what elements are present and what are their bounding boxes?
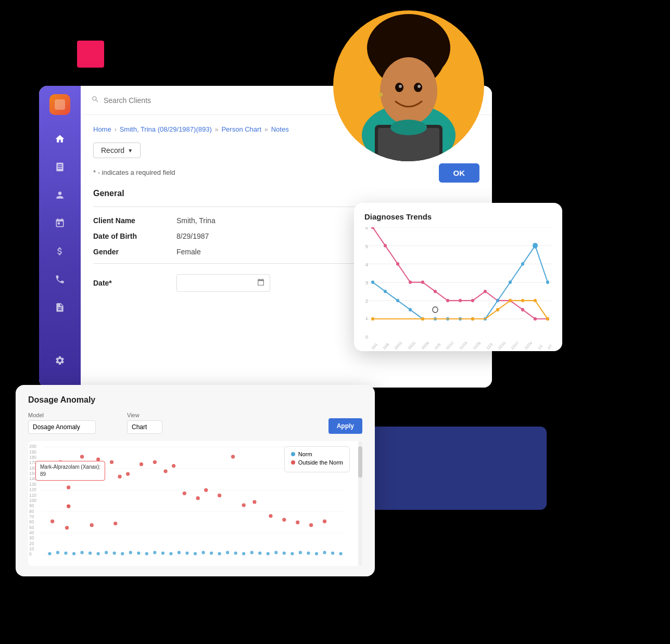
sidebar-icon-calendar[interactable] bbox=[50, 214, 69, 233]
svg-point-156 bbox=[339, 552, 342, 555]
svg-point-120 bbox=[48, 552, 51, 555]
svg-text:20: 20 bbox=[29, 542, 34, 546]
date-input-wrap bbox=[176, 274, 270, 292]
record-button[interactable]: Record ▼ bbox=[93, 143, 141, 158]
model-select[interactable]: Dosage Anomaly bbox=[28, 420, 96, 434]
svg-point-135 bbox=[169, 552, 172, 555]
ok-button[interactable]: OK bbox=[439, 163, 480, 183]
date-label: Date* bbox=[93, 279, 176, 287]
svg-point-103 bbox=[172, 464, 175, 468]
breadcrumb-chart[interactable]: Person Chart bbox=[221, 125, 261, 133]
svg-point-126 bbox=[97, 552, 100, 555]
svg-point-157 bbox=[67, 504, 71, 508]
svg-point-116 bbox=[50, 520, 54, 523]
svg-point-97 bbox=[110, 460, 113, 464]
legend-norm: Norm bbox=[291, 451, 343, 457]
svg-text:6: 6 bbox=[365, 227, 368, 230]
sidebar bbox=[39, 86, 81, 388]
breadcrumb-sep-1: › bbox=[115, 126, 117, 133]
field-label-gender: Gender bbox=[93, 248, 176, 256]
sidebar-icon-billing[interactable] bbox=[50, 242, 69, 261]
svg-point-117 bbox=[65, 526, 69, 530]
svg-point-111 bbox=[269, 514, 272, 518]
svg-point-113 bbox=[296, 521, 299, 524]
svg-point-150 bbox=[290, 552, 294, 555]
dropdown-icon: ▼ bbox=[128, 148, 133, 153]
svg-point-7 bbox=[399, 85, 402, 88]
svg-point-119 bbox=[113, 522, 117, 525]
svg-point-122 bbox=[64, 551, 67, 555]
calendar-icon[interactable] bbox=[257, 278, 265, 288]
svg-point-28 bbox=[396, 262, 399, 266]
field-value-dob: 8/29/1987 bbox=[176, 232, 209, 240]
svg-point-151 bbox=[299, 551, 302, 554]
svg-text:50: 50 bbox=[29, 525, 34, 530]
svg-point-137 bbox=[185, 551, 188, 555]
breadcrumb-notes[interactable]: Notes bbox=[271, 125, 289, 133]
svg-point-110 bbox=[252, 500, 256, 504]
svg-point-4 bbox=[380, 57, 437, 125]
svg-point-31 bbox=[434, 290, 437, 293]
date-input[interactable] bbox=[176, 274, 270, 292]
model-label: Model bbox=[28, 412, 96, 418]
svg-point-142 bbox=[226, 551, 229, 554]
sidebar-icon-home[interactable] bbox=[50, 130, 69, 148]
legend-norm-label: Norm bbox=[298, 451, 312, 457]
svg-point-108 bbox=[231, 455, 235, 458]
svg-text:0: 0 bbox=[29, 552, 32, 557]
sidebar-icon-phone[interactable] bbox=[50, 270, 69, 289]
svg-text:180: 180 bbox=[29, 455, 36, 460]
search-input[interactable] bbox=[104, 96, 208, 105]
svg-point-56 bbox=[371, 317, 374, 321]
svg-text:10: 10 bbox=[29, 547, 34, 551]
svg-point-101 bbox=[153, 460, 157, 464]
svg-point-30 bbox=[421, 280, 424, 284]
svg-point-64 bbox=[433, 307, 438, 313]
svg-point-55 bbox=[546, 280, 549, 284]
svg-point-109 bbox=[242, 503, 246, 507]
app-logo[interactable] bbox=[49, 94, 70, 115]
sidebar-icon-document[interactable] bbox=[50, 298, 69, 317]
svg-point-133 bbox=[153, 551, 156, 554]
svg-point-128 bbox=[113, 551, 116, 555]
svg-point-94 bbox=[67, 485, 70, 489]
svg-point-106 bbox=[204, 488, 208, 492]
svg-text:0: 0 bbox=[365, 334, 368, 340]
svg-point-149 bbox=[283, 551, 286, 555]
svg-point-144 bbox=[242, 552, 245, 555]
tooltip-drug: Mark-Alprazolam (Xanax): bbox=[40, 463, 100, 471]
breadcrumb-home[interactable]: Home bbox=[93, 125, 111, 133]
svg-point-8 bbox=[418, 85, 421, 88]
svg-point-100 bbox=[140, 462, 143, 466]
svg-point-51 bbox=[496, 299, 499, 303]
svg-point-140 bbox=[210, 551, 213, 555]
sidebar-icon-book[interactable] bbox=[50, 158, 69, 176]
diagnoses-title: Diagnoses Trends bbox=[364, 212, 552, 221]
section-general: General bbox=[93, 189, 479, 198]
sidebar-icon-settings[interactable] bbox=[50, 351, 69, 370]
dosage-title: Dosage Anomaly bbox=[28, 395, 362, 405]
svg-point-102 bbox=[163, 469, 167, 473]
svg-point-58 bbox=[471, 317, 474, 321]
svg-point-121 bbox=[56, 551, 59, 554]
breadcrumb-client[interactable]: Smith, Trina (08/29/1987)(893) bbox=[120, 125, 212, 133]
apply-button[interactable]: Apply bbox=[328, 418, 362, 434]
svg-point-115 bbox=[323, 520, 326, 523]
svg-point-130 bbox=[129, 551, 132, 554]
svg-point-147 bbox=[267, 552, 270, 555]
svg-point-125 bbox=[89, 551, 92, 555]
breadcrumb-sep-3: » bbox=[264, 126, 268, 133]
svg-point-12 bbox=[390, 120, 427, 135]
dosage-scatter-chart: Norm Outside the Norm Mark-Alprazolam (X… bbox=[28, 441, 362, 566]
field-label-dob: Date of Birth bbox=[93, 232, 176, 240]
sidebar-icon-person[interactable] bbox=[50, 186, 69, 204]
svg-point-38 bbox=[521, 308, 524, 312]
svg-text:30: 30 bbox=[29, 536, 34, 540]
svg-point-63 bbox=[546, 317, 549, 321]
svg-point-107 bbox=[218, 494, 221, 497]
tooltip-value: 89 bbox=[40, 471, 100, 478]
svg-text:120: 120 bbox=[29, 487, 36, 492]
svg-point-129 bbox=[121, 552, 124, 555]
svg-text:3: 3 bbox=[365, 280, 368, 286]
view-select[interactable]: Chart bbox=[127, 420, 162, 434]
